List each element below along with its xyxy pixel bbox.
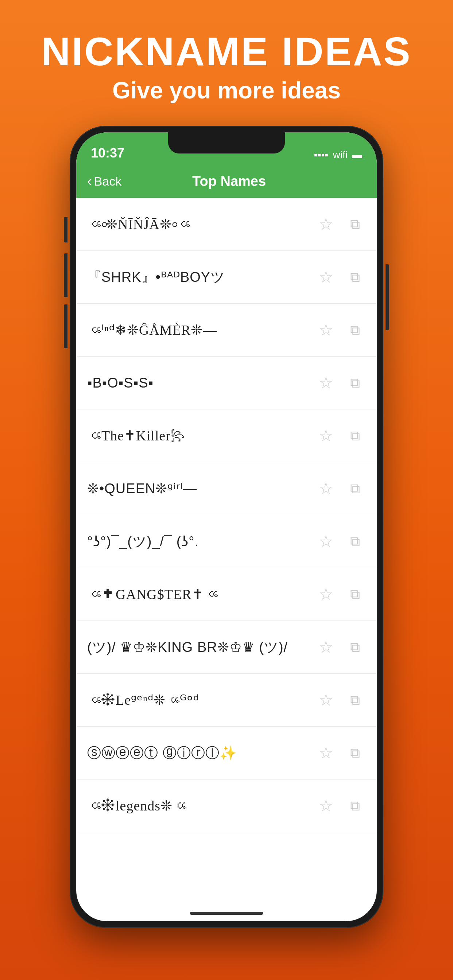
phone-button-volume-up — [64, 253, 67, 297]
favorite-button[interactable]: ☆ — [315, 213, 337, 235]
phone-button-power — [386, 264, 389, 330]
favorite-button[interactable]: ☆ — [315, 425, 337, 447]
star-icon: ☆ — [319, 692, 333, 708]
name-text: ꧤ৹❊ŇĪŇĴĀ❊৹ꧤ — [87, 216, 315, 232]
star-icon: ☆ — [319, 322, 333, 338]
nav-bar: ‹ Back Top Names — [76, 165, 377, 198]
copy-button[interactable]: ⧉ — [344, 372, 366, 394]
copy-icon: ⧉ — [350, 323, 360, 337]
favorite-button[interactable]: ☆ — [315, 372, 337, 394]
favorite-button[interactable]: ☆ — [315, 266, 337, 288]
star-icon: ☆ — [319, 216, 333, 232]
phone-notch — [168, 132, 285, 153]
favorite-button[interactable]: ☆ — [315, 530, 337, 552]
copy-icon: ⧉ — [350, 270, 360, 284]
name-actions: ☆ ⧉ — [315, 477, 366, 500]
favorite-button[interactable]: ☆ — [315, 319, 337, 341]
copy-button[interactable]: ⧉ — [344, 689, 366, 711]
name-actions: ☆ ⧉ — [315, 319, 366, 341]
favorite-button[interactable]: ☆ — [315, 583, 337, 605]
back-label: Back — [94, 174, 122, 188]
wifi-icon: ▪▪▪▪ — [314, 149, 329, 161]
name-actions: ☆ ⧉ — [315, 795, 366, 817]
copy-icon: ⧉ — [350, 587, 360, 601]
name-actions: ☆ ⧉ — [315, 636, 366, 658]
favorite-button[interactable]: ☆ — [315, 477, 337, 500]
list-item[interactable]: ❊•QUEEN❊ᵍⁱʳˡ— ☆ ⧉ — [76, 462, 377, 515]
back-button[interactable]: ‹ Back — [87, 173, 121, 189]
copy-icon: ⧉ — [350, 693, 360, 707]
list-item[interactable]: (ツ)/ ♛♔❊KING BR❊♔♛ (ツ)/ ☆ ⧉ — [76, 621, 377, 674]
list-item[interactable]: ⓢⓦⓔⓔⓣ ⓖⓘⓡⓛ✨ ☆ ⧉ — [76, 727, 377, 780]
name-actions: ☆ ⧉ — [315, 530, 366, 552]
list-item[interactable]: ꧤ❊legends❊ꧤ ☆ ⧉ — [76, 780, 377, 832]
copy-button[interactable]: ⧉ — [344, 583, 366, 605]
copy-button[interactable]: ⧉ — [344, 425, 366, 447]
star-icon: ☆ — [319, 639, 333, 655]
chevron-left-icon: ‹ — [87, 173, 92, 189]
name-text: ꧤ✝GANG$TER✝ꧤ — [87, 586, 315, 602]
copy-icon: ⧉ — [350, 746, 360, 760]
list-item[interactable]: ꧤ✝GANG$TER✝ꧤ ☆ ⧉ — [76, 568, 377, 621]
name-text: ❊•QUEEN❊ᵍⁱʳˡ— — [87, 480, 315, 496]
copy-button[interactable]: ⧉ — [344, 795, 366, 817]
star-icon: ☆ — [319, 798, 333, 814]
star-icon: ☆ — [319, 533, 333, 549]
home-indicator — [190, 912, 263, 915]
favorite-button[interactable]: ☆ — [315, 636, 337, 658]
copy-icon: ⧉ — [350, 217, 360, 231]
star-icon: ☆ — [319, 428, 333, 444]
battery-icon: ▬ — [352, 149, 362, 161]
copy-button[interactable]: ⧉ — [344, 636, 366, 658]
list-item[interactable]: ▪B▪O▪S▪S▪ ☆ ⧉ — [76, 356, 377, 409]
star-icon: ☆ — [319, 586, 333, 602]
name-text: ꧤ❊legends❊ꧤ — [87, 798, 315, 814]
wifi-signal-icon: wifi — [333, 149, 348, 161]
nav-title: Top Names — [121, 173, 337, 189]
name-text: 『SHRK』•ᴮᴬᴰBOYツ — [87, 268, 315, 286]
name-text: (ツ)/ ♛♔❊KING BR❊♔♛ (ツ)/ — [87, 638, 315, 657]
list-item[interactable]: 『SHRK』•ᴮᴬᴰBOYツ ☆ ⧉ — [76, 251, 377, 304]
name-actions: ☆ ⧉ — [315, 689, 366, 711]
name-text: °ʖ°)¯_(ツ)_/¯ (ʖ°. — [87, 532, 315, 551]
copy-icon: ⧉ — [350, 482, 360, 495]
name-text: ⓢⓦⓔⓔⓣ ⓖⓘⓡⓛ✨ — [87, 744, 315, 762]
copy-icon: ⧉ — [350, 376, 360, 390]
page-subtitle: Give you more ideas — [41, 77, 412, 104]
status-icons: ▪▪▪▪ wifi ▬ — [314, 149, 362, 161]
list-item[interactable]: °ʖ°)¯_(ツ)_/¯ (ʖ°. ☆ ⧉ — [76, 515, 377, 568]
copy-button[interactable]: ⧉ — [344, 319, 366, 341]
name-text: ꧤᴵⁿᵈ❄❊ĜÅMÈR❊— — [87, 322, 315, 338]
phone-screen: 10:37 ▪▪▪▪ wifi ▬ ‹ Back Top Names ꧤ৹❊ŇĪ… — [76, 132, 377, 921]
star-icon: ☆ — [319, 269, 333, 285]
name-actions: ☆ ⧉ — [315, 425, 366, 447]
copy-button[interactable]: ⧉ — [344, 477, 366, 500]
star-icon: ☆ — [319, 375, 333, 391]
phone-button-mute — [64, 217, 67, 242]
favorite-button[interactable]: ☆ — [315, 689, 337, 711]
copy-button[interactable]: ⧉ — [344, 266, 366, 288]
page-header: NICKNAME IDEAS Give you more ideas — [41, 29, 412, 104]
copy-button[interactable]: ⧉ — [344, 530, 366, 552]
star-icon: ☆ — [319, 745, 333, 761]
name-text: ꧤThe✝Killer꧂ — [87, 428, 315, 444]
status-time: 10:37 — [91, 145, 124, 161]
list-item[interactable]: ꧤ❊Leᵍᵉⁿᵈ❊ꧤᴳᵒᵈ ☆ ⧉ — [76, 674, 377, 727]
favorite-button[interactable]: ☆ — [315, 795, 337, 817]
name-actions: ☆ ⧉ — [315, 583, 366, 605]
name-list: ꧤ৹❊ŇĪŇĴĀ❊৹ꧤ ☆ ⧉ 『SHRK』•ᴮᴬᴰBOYツ ☆ — [76, 198, 377, 832]
phone-frame: 10:37 ▪▪▪▪ wifi ▬ ‹ Back Top Names ꧤ৹❊ŇĪ… — [70, 126, 383, 928]
list-item[interactable]: ꧤThe✝Killer꧂ ☆ ⧉ — [76, 409, 377, 462]
list-item[interactable]: ꧤ৹❊ŇĪŇĴĀ❊৹ꧤ ☆ ⧉ — [76, 198, 377, 251]
copy-icon: ⧉ — [350, 799, 360, 813]
copy-icon: ⧉ — [350, 429, 360, 442]
phone-button-volume-down — [64, 304, 67, 348]
name-text: ꧤ❊Leᵍᵉⁿᵈ❊ꧤᴳᵒᵈ — [87, 692, 315, 708]
copy-button[interactable]: ⧉ — [344, 742, 366, 764]
name-text: ▪B▪O▪S▪S▪ — [87, 375, 315, 391]
copy-button[interactable]: ⧉ — [344, 213, 366, 235]
favorite-button[interactable]: ☆ — [315, 742, 337, 764]
name-actions: ☆ ⧉ — [315, 742, 366, 764]
page-title: NICKNAME IDEAS — [41, 29, 412, 73]
list-item[interactable]: ꧤᴵⁿᵈ❄❊ĜÅMÈR❊— ☆ ⧉ — [76, 304, 377, 356]
